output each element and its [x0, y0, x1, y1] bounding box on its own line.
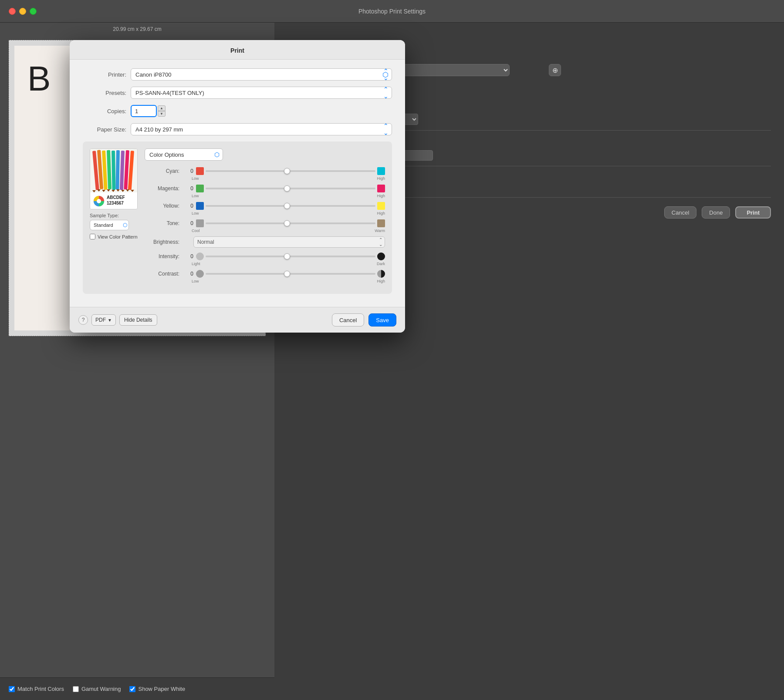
- color-options-right: Color Options ⬡ Cyan: 0: [145, 148, 385, 287]
- dialog-copies-label: Copies:: [83, 108, 126, 114]
- magenta-right-icon: [377, 185, 385, 192]
- close-button[interactable]: [9, 8, 16, 15]
- magenta-label: Magenta:: [145, 185, 179, 192]
- cyan-labels: Low High: [192, 176, 385, 181]
- match-print-colors-checkbox[interactable]: [9, 686, 15, 692]
- sample-type-select-wrap: Standard ⬡: [90, 220, 129, 230]
- contrast-left-icon: [196, 270, 204, 278]
- intensity-slider-thumb[interactable]: [284, 253, 290, 259]
- magenta-group: Magenta: 0: [145, 184, 385, 198]
- intensity-dark-label: Dark: [377, 262, 385, 266]
- dialog-cancel-button[interactable]: Cancel: [332, 313, 364, 326]
- contrast-high-label: High: [377, 279, 385, 283]
- dialog-paper-size-label: Paper Size:: [83, 126, 126, 133]
- pencil-preview: ABCDEF 1234567: [90, 148, 138, 209]
- view-color-pattern-checkbox[interactable]: [90, 234, 95, 239]
- intensity-slider-track: [206, 256, 375, 257]
- yellow-value: 0: [183, 203, 193, 209]
- rp-print-button[interactable]: Print: [735, 206, 771, 219]
- cyan-slider-thumb[interactable]: [284, 168, 290, 174]
- cyan-group: Cyan: 0 Low: [145, 167, 385, 181]
- intensity-slider-track-wrap[interactable]: [206, 252, 375, 261]
- cyan-label: Cyan:: [145, 168, 179, 174]
- brightness-select-wrap: Normal ⌃⌄: [193, 236, 385, 248]
- cyan-high-label: High: [377, 176, 385, 181]
- magenta-slider-track-wrap[interactable]: [206, 184, 375, 193]
- magenta-value: 0: [183, 185, 193, 192]
- rp-cancel-button[interactable]: Cancel: [664, 206, 696, 219]
- show-paper-white-item[interactable]: Show Paper White: [129, 686, 185, 692]
- contrast-right-icon: [377, 270, 385, 278]
- print-dialog: Print Printer: Canon iP8700 ⬡ ⌃⌄: [70, 40, 405, 333]
- dialog-title-bar: Print: [70, 40, 405, 60]
- bottom-bar: Match Print Colors Gamut Warning Show Pa…: [0, 677, 274, 700]
- yellow-labels: Low High: [192, 211, 385, 215]
- window-title: Photoshop Print Settings: [358, 8, 426, 15]
- tone-slider-thumb[interactable]: [284, 220, 290, 226]
- help-button[interactable]: ?: [78, 315, 88, 325]
- tone-group: Tone: 0 Coo: [145, 219, 385, 233]
- sample-type-label: Sample Type:: [90, 213, 138, 218]
- match-print-colors-item[interactable]: Match Print Colors: [9, 686, 64, 692]
- show-paper-white-checkbox[interactable]: [129, 686, 135, 692]
- maximize-button[interactable]: [30, 8, 37, 15]
- tone-slider-row: Tone: 0: [145, 219, 385, 228]
- magenta-high-label: High: [377, 194, 385, 198]
- cyan-slider-row: Cyan: 0: [145, 167, 385, 175]
- paper-size-field-row: Paper Size: A4 210 by 297 mm ⌃⌄: [83, 123, 392, 135]
- tone-warm-label: Warm: [375, 229, 385, 233]
- contrast-labels: Low High: [192, 279, 385, 283]
- copies-stepper[interactable]: ▲ ▼: [158, 105, 166, 117]
- yellow-slider-thumb[interactable]: [284, 203, 290, 209]
- dialog-paper-size-select[interactable]: A4 210 by 297 mm: [131, 123, 392, 135]
- dialog-paper-size-control: A4 210 by 297 mm ⌃⌄: [131, 123, 392, 135]
- dialog-presets-control: PS-SANN-A4(TEST ONLY) ⌃⌄: [131, 87, 392, 99]
- magenta-slider-thumb[interactable]: [284, 185, 290, 192]
- intensity-right-icon: [377, 252, 385, 260]
- main-window: Photoshop Print Settings 20.99 cm x 29.6…: [0, 0, 784, 700]
- cyan-right-icon: [377, 167, 385, 175]
- tone-left-icon: [196, 219, 204, 227]
- dialog-printer-select[interactable]: Canon iP8700: [131, 68, 392, 81]
- match-print-colors-label: Match Print Colors: [17, 686, 64, 692]
- yellow-slider-row: Yellow: 0: [145, 202, 385, 210]
- brightness-row: Brightness: Normal ⌃⌄: [145, 236, 385, 248]
- copies-up-button[interactable]: ▲: [158, 105, 166, 111]
- intensity-slider-row: Intensity: 0: [145, 252, 385, 261]
- dialog-save-button[interactable]: Save: [368, 313, 396, 326]
- dialog-presets-label: Presets:: [83, 90, 126, 96]
- tone-slider-track-wrap[interactable]: [206, 219, 375, 228]
- sample-type-select[interactable]: Standard: [90, 220, 129, 230]
- svg-rect-7: [112, 151, 116, 190]
- color-preview-box: ABCDEF 1234567 Sample Type: Standard: [90, 148, 138, 287]
- color-options-section: ABCDEF 1234567 Sample Type: Standard: [83, 141, 392, 294]
- magenta-labels: Low High: [192, 194, 385, 198]
- minimize-button[interactable]: [19, 8, 26, 15]
- gamut-warning-item[interactable]: Gamut Warning: [73, 686, 121, 692]
- contrast-slider-row: Contrast: 0: [145, 269, 385, 278]
- cyan-low-label: Low: [192, 176, 199, 181]
- dialog-presets-select[interactable]: PS-SANN-A4(TEST ONLY): [131, 87, 392, 99]
- svg-point-23: [97, 199, 101, 203]
- view-color-pattern-item[interactable]: View Color Pattern: [90, 234, 138, 239]
- svg-text:ABCDEF: ABCDEF: [107, 195, 125, 200]
- add-printer-button[interactable]: ⊕: [549, 64, 561, 76]
- cyan-slider-track-wrap[interactable]: [206, 167, 375, 175]
- copies-input[interactable]: [131, 105, 157, 117]
- footer-right: Cancel Save: [332, 313, 396, 326]
- color-options-select[interactable]: Color Options: [145, 148, 223, 161]
- brightness-select[interactable]: Normal: [193, 236, 385, 248]
- color-options-header: Color Options ⬡: [145, 148, 385, 161]
- magenta-low-label: Low: [192, 194, 199, 198]
- rp-done-button[interactable]: Done: [702, 206, 730, 219]
- copies-down-button[interactable]: ▼: [158, 111, 166, 117]
- intensity-light-label: Light: [192, 262, 200, 266]
- contrast-slider-track-wrap[interactable]: [206, 269, 375, 278]
- yellow-slider-track-wrap[interactable]: [206, 202, 375, 210]
- yellow-left-icon: [196, 202, 204, 210]
- contrast-slider-thumb[interactable]: [284, 271, 290, 277]
- gamut-warning-checkbox[interactable]: [73, 686, 79, 692]
- preview-dimensions: 20.99 cm x 29.67 cm: [0, 23, 274, 36]
- pdf-button[interactable]: PDF ▼: [91, 314, 116, 326]
- hide-details-button[interactable]: Hide Details: [119, 314, 157, 326]
